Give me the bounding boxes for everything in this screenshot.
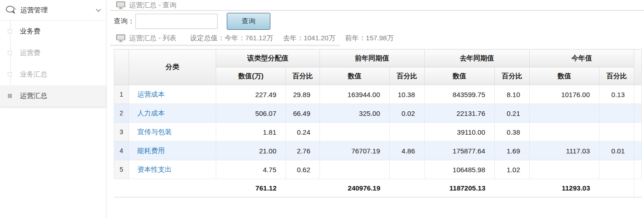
chat-bubbles-icon: [6, 5, 17, 15]
total-percent-cell: [286, 179, 320, 197]
total-value-cell: 11293.03: [530, 179, 599, 197]
value-cell: 76707.19: [320, 142, 390, 160]
category-link[interactable]: 宣传与包装: [137, 128, 172, 136]
percent-cell: 66.49: [286, 104, 320, 123]
sub-header-percent: 百分比: [390, 67, 425, 85]
table-row: 3 宣传与包装 1.81 0.24 39110.00 0.38: [114, 123, 642, 142]
value-cell: 10176.00: [530, 85, 599, 104]
sidebar-item-label: 运营费: [20, 49, 40, 57]
category-cell: 宣传与包装: [129, 123, 216, 142]
filler-header: [634, 49, 642, 85]
percent-cell: 1.69: [495, 142, 530, 160]
percent-cell: 10.38: [390, 85, 425, 104]
group-header-this-year: 今年值: [530, 49, 634, 67]
total-value-cell: 761.12: [216, 179, 286, 197]
sidebar-item-yewufei[interactable]: 业务费: [0, 21, 106, 42]
table-row: 1 运营成本 227.49 29.89 163944.00 10.38 8435…: [114, 85, 642, 104]
sub-header-value-wan: 数值(万): [216, 67, 286, 85]
sidebar: 运营管理 业务费 运营费 业务汇总 运营汇总: [0, 0, 106, 218]
query-panel-header: 运营汇总 - 查询: [110, 0, 644, 11]
tree-bullet-icon: [8, 29, 12, 33]
table-total-row: 761.12 240976.19 1187205.13 11293.03: [114, 179, 642, 197]
search-button[interactable]: 查询: [227, 13, 270, 30]
value-cell: 506.07: [216, 104, 286, 123]
percent-cell: 29.89: [286, 85, 320, 104]
total-label-cell: [114, 179, 216, 197]
list-panel-header: 运营汇总 - 列表 设定总值：今年：761.12万 去年：1041.20万 前年…: [110, 32, 644, 44]
sub-header-percent: 百分比: [495, 67, 530, 85]
group-header-last-year: 去年同期值: [425, 49, 530, 67]
category-link[interactable]: 资本性支出: [137, 165, 172, 173]
row-index-cell: 2: [114, 104, 129, 123]
sidebar-menu-header[interactable]: 运营管理: [0, 0, 106, 21]
value-cell: [530, 104, 599, 123]
value-cell: 21.00: [216, 142, 286, 160]
sub-header-value: 数值: [530, 67, 599, 85]
sidebar-tree: 业务费 运营费 业务汇总 运营汇总: [0, 21, 106, 107]
value-cell: 325.00: [320, 104, 390, 123]
value-cell: [530, 160, 599, 179]
value-cell: 1117.03: [530, 142, 599, 160]
chevron-down-icon: [96, 7, 101, 12]
table-row: 4 能耗费用 21.00 2.76 76707.19 4.86 175877.6…: [114, 142, 642, 160]
list-panel-title: 运营汇总 - 列表: [129, 34, 176, 43]
search-input[interactable]: [135, 14, 218, 29]
summary-prev-year: 前年：157.98万: [345, 34, 394, 42]
sidebar-item-yunyinghuizong[interactable]: 运营汇总: [0, 85, 106, 107]
percent-cell: 0.21: [495, 104, 530, 123]
category-link[interactable]: 运营成本: [137, 90, 165, 98]
value-cell: [320, 123, 390, 142]
sidebar-menu-title: 运营管理: [20, 6, 96, 15]
main-content: 运营汇总 - 查询 查询： 查询 运营汇总 - 列表 设定总值：今年：761.1…: [110, 0, 644, 218]
value-cell: 1.81: [216, 123, 286, 142]
sub-header-percent: 百分比: [286, 67, 320, 85]
sidebar-item-yunyingfei[interactable]: 运营费: [0, 42, 106, 64]
value-cell: 106485.98: [425, 160, 495, 179]
row-index-cell: 5: [114, 160, 129, 179]
sidebar-item-yewuhuizong[interactable]: 业务汇总: [0, 64, 106, 85]
row-index-cell: 3: [114, 123, 129, 142]
search-label: 查询：: [114, 17, 134, 26]
percent-cell: 0.02: [390, 104, 425, 123]
monitor-icon: [116, 34, 125, 42]
category-cell: 运营成本: [129, 85, 216, 104]
category-header: 分类: [129, 49, 216, 85]
row-index-cell: 1: [114, 85, 129, 104]
group-header-prev-year: 前年同期值: [320, 49, 425, 67]
sub-header-value: 数值: [425, 67, 495, 85]
summary-this-year: 今年：761.12万: [224, 34, 273, 42]
row-index-cell: 4: [114, 142, 129, 160]
category-cell: 人力成本: [129, 104, 216, 123]
category-link[interactable]: 能耗费用: [137, 147, 165, 154]
table-row: 2 人力成本 506.07 66.49 325.00 0.02 22131.76…: [114, 104, 642, 123]
category-cell: 能耗费用: [129, 142, 216, 160]
value-cell: 4.75: [216, 160, 286, 179]
sidebar-item-label: 业务费: [20, 27, 40, 36]
percent-cell: [599, 160, 634, 179]
monitor-icon: [116, 1, 125, 9]
category-link[interactable]: 人力成本: [137, 109, 165, 117]
percent-cell: 0.24: [286, 123, 320, 142]
percent-cell: 2.76: [286, 142, 320, 160]
percent-cell: [599, 104, 634, 123]
summary-table: 分类 该类型分配值 前年同期值 去年同期值 今年值 数值(万) 百分比 数值 百…: [114, 49, 642, 197]
filler-cell: [634, 85, 642, 104]
totals-summary: 设定总值：今年：761.12万 去年：1041.20万 前年：157.98万: [190, 34, 393, 43]
category-cell: 资本性支出: [129, 160, 216, 179]
total-percent-cell: [495, 179, 530, 197]
sidebar-item-label: 运营汇总: [20, 92, 47, 100]
filler-cell: [634, 179, 642, 197]
total-percent-cell: [390, 179, 425, 197]
value-cell: 39110.00: [425, 123, 495, 142]
value-cell: [320, 160, 390, 179]
value-cell: 843599.75: [425, 85, 495, 104]
percent-cell: 8.10: [495, 85, 530, 104]
percent-cell: 0.01: [599, 142, 634, 160]
percent-cell: 4.86: [390, 142, 425, 160]
filler-cell: [634, 142, 642, 160]
group-header-allocated: 该类型分配值: [216, 49, 320, 67]
percent-cell: 1.02: [495, 160, 530, 179]
percent-cell: 0.13: [599, 85, 634, 104]
value-cell: 227.49: [216, 85, 286, 104]
table-group-header-row: 分类 该类型分配值 前年同期值 去年同期值 今年值: [114, 49, 642, 67]
